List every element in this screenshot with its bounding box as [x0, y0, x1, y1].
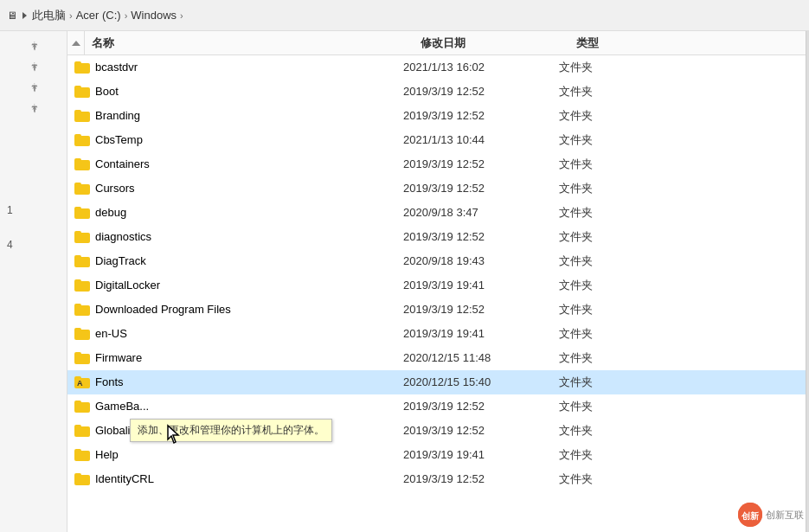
col-header-name[interactable]: 名称	[85, 35, 414, 51]
folder-icon	[74, 207, 90, 219]
file-type: 文件夹	[552, 157, 639, 172]
file-date: 2019/3/19 19:41	[396, 327, 552, 340]
file-type: 文件夹	[552, 375, 639, 390]
table-row[interactable]: DigitalLocker2019/3/19 19:41文件夹	[67, 273, 806, 298]
file-date: 2020/9/18 3:47	[396, 206, 552, 219]
table-row[interactable]: diagnostics2019/3/19 12:52文件夹	[67, 225, 806, 249]
file-date: 2019/3/19 12:52	[396, 303, 552, 316]
file-name: diagnostics	[95, 230, 151, 243]
file-name: Branding	[95, 109, 140, 122]
file-name-cell: DiagTrack	[67, 254, 396, 267]
file-name-cell: IdentityCRL	[67, 472, 396, 485]
file-name-cell: debug	[67, 206, 396, 219]
svg-text:创新: 创新	[741, 511, 759, 521]
breadcrumb-this-pc[interactable]: 此电脑	[32, 8, 66, 23]
file-type: 文件夹	[552, 326, 639, 342]
file-name: bcastdvr	[95, 61, 138, 74]
watermark-logo: 创新	[738, 503, 762, 527]
file-date: 2020/9/18 19:43	[396, 254, 552, 267]
sidebar: 1 4	[0, 31, 67, 532]
file-date: 2019/3/19 12:52	[396, 472, 552, 485]
table-row[interactable]: Containers2019/3/19 12:52文件夹	[67, 152, 806, 176]
watermark: 创新 创新互联	[738, 503, 804, 527]
file-name-cell: GameBa...	[67, 400, 396, 413]
file-name-cell: AFonts	[67, 375, 396, 388]
col-header-type[interactable]: 类型	[569, 35, 656, 51]
file-name-cell: Branding	[67, 109, 396, 122]
file-name: Fonts	[95, 375, 124, 388]
sidebar-number-1: 1	[7, 204, 13, 216]
table-row[interactable]: GameBa...2019/3/19 12:52文件夹	[67, 394, 806, 419]
file-name-cell: Downloaded Program Files	[67, 303, 396, 316]
file-date: 2019/3/19 12:52	[396, 424, 552, 437]
file-name: CbsTemp	[95, 133, 143, 146]
folder-icon	[74, 183, 90, 195]
folder-icon	[74, 425, 90, 437]
file-name-cell: Help	[67, 448, 396, 461]
file-date: 2020/12/15 15:40	[396, 375, 552, 388]
pin-icon-1[interactable]	[27, 40, 41, 54]
folder-icon	[74, 255, 90, 267]
table-row[interactable]: Boot2019/3/19 12:52文件夹	[67, 80, 806, 104]
table-row[interactable]: CbsTemp2021/1/13 10:44文件夹	[67, 128, 806, 152]
file-date: 2021/1/13 16:02	[396, 61, 552, 74]
sort-up-button[interactable]	[67, 31, 85, 55]
file-date: 2019/3/19 12:52	[396, 182, 552, 195]
table-row[interactable]: Branding2019/3/19 12:52文件夹	[67, 104, 806, 128]
file-type: 文件夹	[552, 229, 639, 245]
file-date: 2019/3/19 19:41	[396, 279, 552, 292]
pin-icon-2[interactable]	[27, 61, 41, 74]
file-date: 2019/3/19 19:41	[396, 448, 552, 461]
pin-icon-3[interactable]	[27, 81, 41, 95]
file-name: Boot	[95, 85, 119, 98]
fonts-folder-icon: A	[74, 376, 90, 388]
file-type: 文件夹	[552, 423, 639, 439]
folder-icon	[74, 134, 90, 146]
file-name-cell: diagnostics	[67, 230, 396, 243]
file-type: 文件夹	[552, 471, 639, 487]
right-border	[806, 31, 809, 532]
file-type: 文件夹	[552, 108, 639, 124]
file-name-cell: en-US	[67, 327, 396, 340]
file-type: 文件夹	[552, 205, 639, 221]
file-name-cell: DigitalLocker	[67, 279, 396, 292]
file-list: bcastdvr2021/1/13 16:02文件夹Boot2019/3/19 …	[67, 55, 806, 532]
file-type: 文件夹	[552, 399, 639, 414]
file-name: Containers	[95, 157, 150, 170]
table-row[interactable]: Downloaded Program Files2019/3/19 12:52文…	[67, 298, 806, 322]
file-name-cell: Firmware	[67, 351, 396, 364]
pin-icon-4[interactable]	[27, 102, 41, 116]
table-row[interactable]: AFonts2020/12/15 15:40文件夹	[67, 370, 806, 394]
table-row[interactable]: Cursors2019/3/19 12:52文件夹	[67, 176, 806, 201]
file-date: 2019/3/19 12:52	[396, 85, 552, 98]
file-type: 文件夹	[552, 84, 639, 99]
file-name: DiagTrack	[95, 254, 146, 267]
file-name: IdentityCRL	[95, 472, 154, 485]
column-header: 名称 修改日期 类型	[67, 31, 806, 55]
file-name-cell: Boot	[67, 85, 396, 98]
folder-icon	[74, 231, 90, 243]
table-row[interactable]: bcastdvr2021/1/13 16:02文件夹	[67, 55, 806, 80]
breadcrumb-windows[interactable]: Windows	[131, 9, 177, 22]
folder-icon	[74, 158, 90, 170]
breadcrumb-sep-2: ›	[125, 10, 128, 21]
folder-icon	[74, 352, 90, 364]
breadcrumb-c-drive[interactable]: Acer (C:)	[76, 9, 121, 22]
sidebar-number-4: 4	[7, 239, 13, 251]
breadcrumb: 🖥 此电脑 › Acer (C:) › Windows ›	[7, 8, 183, 23]
table-row[interactable]: en-US2019/3/19 19:41文件夹	[67, 322, 806, 346]
breadcrumb-sep-1: ›	[69, 10, 73, 21]
folder-icon	[74, 61, 90, 74]
table-row[interactable]: Help2019/3/19 19:41文件夹	[67, 443, 806, 467]
file-date: 2019/3/19 12:52	[396, 400, 552, 413]
col-header-date[interactable]: 修改日期	[414, 35, 569, 51]
file-name-cell: Cursors	[67, 182, 396, 195]
file-type: 文件夹	[552, 181, 639, 196]
table-row[interactable]: Firmware2020/12/15 11:48文件夹	[67, 346, 806, 370]
table-row[interactable]: debug2020/9/18 3:47文件夹	[67, 201, 806, 225]
file-name: en-US	[95, 327, 127, 340]
file-type: 文件夹	[552, 253, 639, 269]
table-row[interactable]: IdentityCRL2019/3/19 12:52文件夹	[67, 467, 806, 491]
table-row[interactable]: DiagTrack2020/9/18 19:43文件夹	[67, 249, 806, 273]
file-date: 2019/3/19 12:52	[396, 230, 552, 243]
